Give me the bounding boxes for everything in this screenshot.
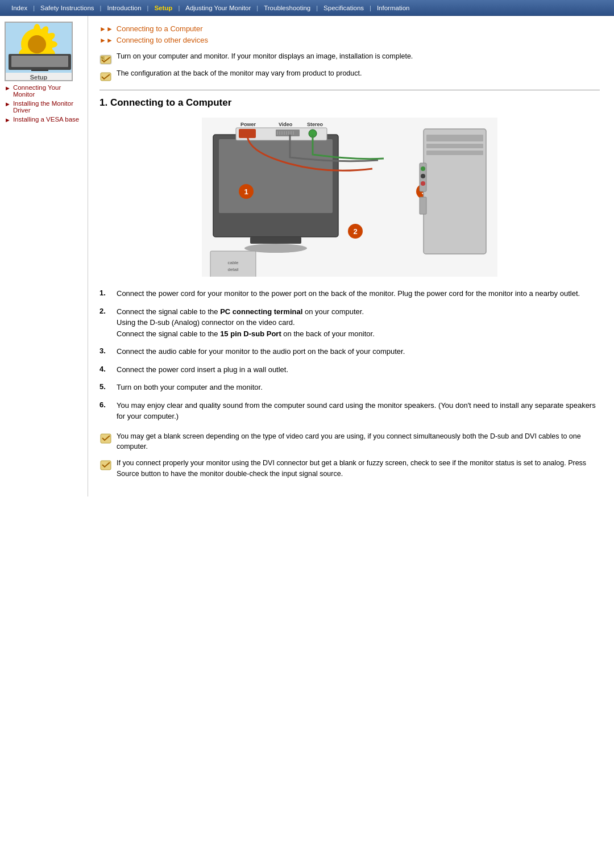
step-3-num: 3. <box>99 346 117 355</box>
svg-rect-20 <box>219 139 333 213</box>
svg-point-50 <box>421 174 425 178</box>
bottom-note-2: If you connect properly your monitor usi… <box>99 458 600 479</box>
svg-point-49 <box>421 166 425 171</box>
step-1-num: 1. <box>99 288 117 297</box>
step-4-text: Connect the power cord insert a plug in … <box>117 364 600 375</box>
svg-rect-47 <box>426 151 483 155</box>
step-5: 5. Turn on both your computer and the mo… <box>99 382 600 393</box>
step-3-text: Connect the audio cable for your monitor… <box>117 346 600 357</box>
nav-setup[interactable]: Setup <box>148 5 178 11</box>
bottom-note-1: You may get a blank screen depending on … <box>99 431 600 453</box>
svg-rect-27 <box>276 130 300 136</box>
top-link-computer[interactable]: ►► Connecting to a Computer <box>99 24 600 33</box>
svg-text:1: 1 <box>244 187 248 196</box>
step-4: 4. Connect the power cord insert a plug … <box>99 364 600 375</box>
arrow-icon-1: ► <box>5 85 11 91</box>
arrow-icon-3: ► <box>5 116 11 123</box>
top-links: ►► Connecting to a Computer ►► Connectin… <box>99 24 600 44</box>
step-2-bold-2: 15 pin D-sub Port <box>220 329 281 338</box>
double-arrow-1: ►► <box>99 25 113 33</box>
double-arrow-2: ►► <box>99 36 113 44</box>
step-2: 2. Connect the signal cable to the PC co… <box>99 306 600 340</box>
svg-rect-21 <box>250 237 301 244</box>
step-6-num: 6. <box>99 400 117 409</box>
step-2-text: Connect the signal cable to the PC conne… <box>117 306 600 340</box>
step-5-num: 5. <box>99 382 117 391</box>
setup-image <box>6 23 73 71</box>
svg-rect-45 <box>426 135 483 141</box>
note-row-2: The configuration at the back of the mon… <box>99 69 600 83</box>
diagram-wrapper: Power Video Stereo <box>99 118 600 277</box>
step-2-num: 2. <box>99 306 117 315</box>
nav-safety[interactable]: Safety Instructions <box>35 5 100 11</box>
nav-adjust[interactable]: Adjusting Your Monitor <box>180 5 256 11</box>
note-icon-1: ✉ <box>99 53 112 66</box>
svg-text:✉: ✉ <box>101 56 105 60</box>
content-area: ►► Connecting to a Computer ►► Connectin… <box>88 16 614 496</box>
svg-text:2: 2 <box>353 227 357 236</box>
svg-rect-52 <box>420 197 426 214</box>
nav-trouble[interactable]: Troubleshooting <box>258 5 316 11</box>
nav-bar: Index | Safety Instructions | Introducti… <box>0 0 614 16</box>
nav-specs[interactable]: Specifications <box>318 5 370 11</box>
svg-text:cable: cable <box>227 260 239 265</box>
step-2-bold-1: PC connecting terminal <box>220 307 302 316</box>
step-5-text: Turn on both your computer and the monit… <box>117 382 600 393</box>
connection-diagram: Power Video Stereo <box>202 118 497 277</box>
svg-rect-13 <box>31 70 48 71</box>
svg-rect-12 <box>11 56 68 67</box>
content-divider <box>99 90 600 90</box>
step-6: 6. You may enjoy clear and quality sound… <box>99 400 600 422</box>
step-1-text: Connect the power cord for your monitor … <box>117 288 600 299</box>
sidebar-link-connecting-monitor[interactable]: ► Connecting Your Monitor <box>5 84 83 98</box>
bottom-notes: You may get a blank screen depending on … <box>99 431 600 479</box>
svg-point-2 <box>28 35 46 53</box>
svg-text:Video: Video <box>279 122 293 127</box>
nav-index[interactable]: Index <box>6 5 33 11</box>
svg-point-6 <box>46 41 57 48</box>
svg-rect-46 <box>426 144 483 148</box>
sidebar-link-vesa-base[interactable]: ► Installing a VESA base <box>5 116 83 123</box>
note-icon-2 <box>99 70 112 83</box>
svg-point-3 <box>34 24 40 35</box>
sidebar: Setup ► Connecting Your Monitor ► Instal… <box>0 16 88 496</box>
top-link-other[interactable]: ►► Connecting to other devices <box>99 36 600 44</box>
svg-text:detail: detail <box>227 267 238 272</box>
setup-label: Setup <box>6 73 72 81</box>
sidebar-link-installing-driver[interactable]: ► Installing the Monitor Driver <box>5 100 83 114</box>
nav-intro[interactable]: Introduction <box>101 5 147 11</box>
svg-text:Stereo: Stereo <box>307 122 323 127</box>
svg-point-51 <box>421 181 425 186</box>
svg-text:Power: Power <box>240 122 256 127</box>
main-container: Setup ► Connecting Your Monitor ► Instal… <box>0 16 614 496</box>
step-4-num: 4. <box>99 364 117 373</box>
step-3: 3. Connect the audio cable for your moni… <box>99 346 600 357</box>
steps-list: 1. Connect the power cord for your monit… <box>99 288 600 422</box>
note-row-1: ✉ Turn on your computer and monitor. If … <box>99 52 600 66</box>
bottom-note-icon-2 <box>99 459 112 471</box>
step-1: 1. Connect the power cord for your monit… <box>99 288 600 299</box>
step-6-text: You may enjoy clear and quality sound fr… <box>117 400 600 422</box>
arrow-icon-2: ► <box>5 101 11 107</box>
nav-info[interactable]: Information <box>371 5 416 11</box>
section-title: 1. Connecting to a Computer <box>99 97 600 108</box>
bottom-note-icon-1 <box>99 432 112 445</box>
